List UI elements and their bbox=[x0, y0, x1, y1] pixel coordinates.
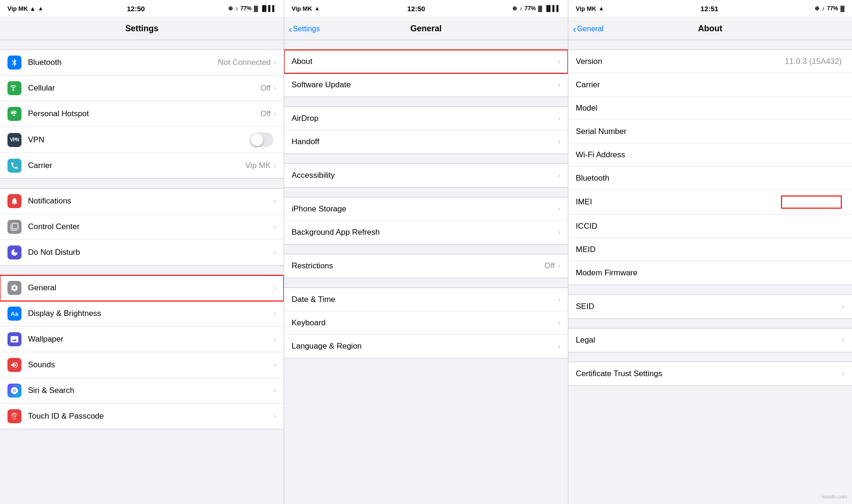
hotspot-chevron: › bbox=[273, 109, 276, 119]
nav-title-about: About bbox=[698, 24, 722, 34]
touchid-row[interactable]: Touch ID & Passcode › bbox=[0, 404, 284, 429]
general-group-5: Restrictions Off › bbox=[284, 254, 568, 278]
wallpaper-row[interactable]: Wallpaper › bbox=[0, 327, 284, 352]
version-row: Version 11.0.3 (15A432) bbox=[568, 50, 852, 73]
siri-chevron: › bbox=[273, 386, 276, 395]
modemfirmware-row: Modem Firmware bbox=[568, 261, 852, 285]
handoff-row[interactable]: Handoff › bbox=[284, 130, 568, 154]
nav-bar-settings: Settings bbox=[0, 17, 284, 40]
handoff-label: Handoff bbox=[292, 137, 558, 147]
alarm-icon-1: ⊕ bbox=[228, 5, 233, 12]
about-row[interactable]: About › bbox=[284, 50, 568, 73]
datetime-row[interactable]: Date & Time › bbox=[284, 288, 568, 311]
carrier-chevron: › bbox=[273, 161, 276, 170]
general-group-6: Date & Time › Keyboard › Language & Regi… bbox=[284, 287, 568, 358]
modemfirmware-label: Modem Firmware bbox=[576, 268, 845, 278]
nav-back-about[interactable]: ‹ General bbox=[573, 24, 604, 34]
certtrust-row[interactable]: Certificate Trust Settings › bbox=[568, 362, 852, 385]
serialnumber-row: Serial Number bbox=[568, 120, 852, 143]
seid-chevron: › bbox=[842, 302, 845, 311]
wifi-icon-1: ▲ bbox=[38, 5, 43, 12]
scroll-settings[interactable]: Bluetooth Not Connected › Cellular Off ›… bbox=[0, 40, 284, 504]
touchid-label: Touch ID & Passcode bbox=[28, 412, 273, 421]
carrier-status-3: Vip MK bbox=[576, 5, 596, 12]
wallpaper-icon bbox=[7, 332, 21, 346]
cellular-row[interactable]: Cellular Off › bbox=[0, 76, 284, 101]
status-bar-1: Vip MK ▲ ▲ 12:50 ⊕ ♪ 77% ▓ ▐▌▌▌ bbox=[0, 0, 284, 17]
notifications-icon bbox=[7, 194, 21, 208]
accessibility-label: Accessibility bbox=[292, 171, 558, 180]
restrictions-row[interactable]: Restrictions Off › bbox=[284, 254, 568, 278]
legal-row[interactable]: Legal › bbox=[568, 329, 852, 352]
cellular-icon bbox=[7, 81, 21, 95]
language-row[interactable]: Language & Region › bbox=[284, 335, 568, 358]
iphonestorage-row[interactable]: iPhone Storage › bbox=[284, 197, 568, 221]
status-right-2: ⊕ ♪ 77% ▓ ▐▌▌▌ bbox=[512, 5, 560, 12]
notifications-chevron: › bbox=[273, 196, 276, 206]
sounds-label: Sounds bbox=[28, 360, 273, 370]
general-group-2: AirDrop › Handoff › bbox=[284, 106, 568, 154]
alarm2-icon-1: ♪ bbox=[235, 5, 238, 12]
wifiaddress-row: Wi-Fi Address bbox=[568, 143, 852, 167]
nav-bar-about: ‹ General About bbox=[568, 17, 852, 40]
siri-row[interactable]: Siri & Search › bbox=[0, 378, 284, 404]
vpn-toggle[interactable] bbox=[250, 133, 273, 147]
hotspot-value: Off bbox=[260, 109, 271, 119]
imei-label: IMEI bbox=[576, 197, 781, 207]
nav-title-general: General bbox=[410, 24, 441, 34]
general-icon bbox=[7, 281, 21, 295]
carrier-about-row: Carrier bbox=[568, 73, 852, 97]
display-row[interactable]: Aa Display & Brightness › bbox=[0, 301, 284, 327]
carrier-status-1: Vip MK ▲ bbox=[7, 5, 35, 12]
general-group-4: iPhone Storage › Background App Refresh … bbox=[284, 197, 568, 245]
bluetooth-chevron: › bbox=[273, 58, 276, 67]
cellular-value: Off bbox=[260, 84, 271, 93]
hotspot-icon bbox=[7, 107, 21, 121]
vpn-icon: VPN bbox=[7, 133, 21, 147]
bluetooth-icon bbox=[7, 56, 21, 70]
siri-icon bbox=[7, 384, 21, 398]
about-group-2: SEID › bbox=[568, 294, 852, 319]
meid-row: MEID bbox=[568, 238, 852, 261]
donotdisturb-row[interactable]: Do Not Disturb › bbox=[0, 240, 284, 265]
imei-row: IMEI bbox=[568, 190, 852, 215]
status-left-3: Vip MK ▲ bbox=[576, 5, 604, 12]
keyboard-row[interactable]: Keyboard › bbox=[284, 311, 568, 335]
keyboard-chevron: › bbox=[558, 318, 560, 328]
wallpaper-chevron: › bbox=[273, 335, 276, 344]
general-group-3: Accessibility › bbox=[284, 163, 568, 188]
carrier-icon bbox=[7, 159, 21, 173]
accessibility-row[interactable]: Accessibility › bbox=[284, 164, 568, 187]
carrier-row[interactable]: Carrier Vip MK › bbox=[0, 153, 284, 178]
seid-row[interactable]: SEID › bbox=[568, 295, 852, 318]
display-label: Display & Brightness bbox=[28, 309, 273, 318]
softwareupdate-row[interactable]: Software Update › bbox=[284, 73, 568, 97]
display-chevron: › bbox=[273, 309, 276, 318]
language-chevron: › bbox=[558, 342, 560, 351]
scroll-general[interactable]: About › Software Update › AirDrop › Hand… bbox=[284, 40, 568, 504]
notifications-row[interactable]: Notifications › bbox=[0, 189, 284, 214]
backgroundapp-row[interactable]: Background App Refresh › bbox=[284, 221, 568, 244]
alarm-icon-3: ⊕ bbox=[815, 5, 819, 12]
vpn-row[interactable]: VPN VPN bbox=[0, 127, 284, 153]
scroll-about[interactable]: Version 11.0.3 (15A432) Carrier Model Se… bbox=[568, 40, 852, 504]
controlcenter-icon bbox=[7, 220, 21, 234]
bluetooth-row[interactable]: Bluetooth Not Connected › bbox=[0, 50, 284, 76]
alarm2-icon-3: ♪ bbox=[822, 5, 824, 12]
status-left-2: Vip MK ▲ bbox=[292, 5, 320, 12]
controlcenter-label: Control Center bbox=[28, 222, 273, 231]
watermark: wsxdn.com bbox=[822, 494, 847, 499]
controlcenter-row[interactable]: Control Center › bbox=[0, 214, 284, 240]
panel-settings: Vip MK ▲ ▲ 12:50 ⊕ ♪ 77% ▓ ▐▌▌▌ Settings… bbox=[0, 0, 284, 504]
general-chevron: › bbox=[273, 283, 276, 293]
wifi-icon-2: ▲ bbox=[314, 5, 320, 12]
battery-icon-2: ▓ bbox=[538, 5, 542, 12]
status-right-1: ⊕ ♪ 77% ▓ ▐▌▌▌ bbox=[228, 5, 276, 12]
iccid-label: ICCID bbox=[576, 222, 845, 231]
hotspot-row[interactable]: Personal Hotspot Off › bbox=[0, 101, 284, 127]
airdrop-row[interactable]: AirDrop › bbox=[284, 107, 568, 130]
general-label: General bbox=[28, 283, 273, 293]
nav-back-general[interactable]: ‹ Settings bbox=[289, 24, 320, 34]
sounds-row[interactable]: Sounds › bbox=[0, 352, 284, 378]
general-row[interactable]: General › bbox=[0, 275, 284, 301]
